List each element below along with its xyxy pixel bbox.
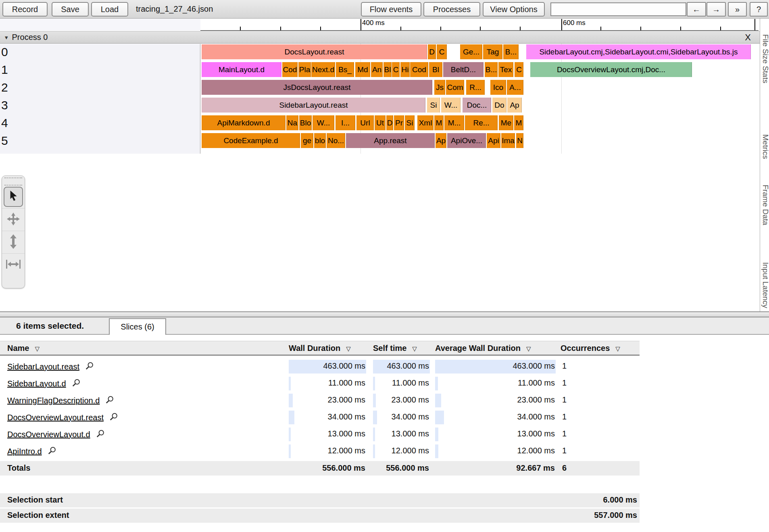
record-button[interactable]: Record <box>2 2 48 17</box>
magnifier-icon[interactable] <box>72 378 81 389</box>
trace-slice[interactable]: Pr <box>394 115 404 130</box>
trace-slice[interactable]: Bs_ <box>336 62 354 77</box>
table-row[interactable]: SidebarLayout.reast463.000 ms463.000 ms4… <box>0 358 640 375</box>
trace-slice[interactable]: W... <box>441 98 461 113</box>
trace-slice[interactable]: Ap <box>436 133 446 148</box>
save-button[interactable]: Save <box>52 2 89 17</box>
trace-slice[interactable]: An <box>371 62 383 77</box>
trace-slice[interactable]: Cod <box>282 62 298 77</box>
trace-slice[interactable]: ApiOve... <box>447 133 486 148</box>
pan-tool-button[interactable] <box>2 208 25 231</box>
overflow-menu-button[interactable]: » <box>728 2 747 17</box>
trace-slice[interactable]: Do <box>492 98 506 113</box>
sort-icon[interactable]: ▽ <box>346 345 351 352</box>
trace-slice[interactable]: blo <box>314 133 326 148</box>
trace-slice[interactable]: SidebarLayout.reast <box>202 98 425 113</box>
slice-name-link[interactable]: WarningFlagDescription.d <box>7 396 100 405</box>
trace-slice[interactable]: App.reast <box>346 133 435 148</box>
trace-slice[interactable]: Com <box>446 80 464 95</box>
table-row[interactable]: ApiIntro.d12.000 ms12.000 ms12.000 ms1 <box>0 443 640 460</box>
trace-slice[interactable]: Ut <box>375 115 386 130</box>
trace-slice[interactable]: C <box>437 44 447 59</box>
sidebar-tab-file-size-stats[interactable]: File Size Stats <box>761 34 769 83</box>
trace-slice[interactable]: R... <box>466 80 485 95</box>
sort-icon[interactable]: ▽ <box>526 345 531 352</box>
trace-slice[interactable]: D <box>428 44 436 59</box>
table-row[interactable]: DocsOverviewLayout.d13.000 ms13.000 ms13… <box>0 426 640 443</box>
table-row[interactable]: SidebarLayout.d11.000 ms11.000 ms11.000 … <box>0 375 640 392</box>
trace-slice[interactable]: M... <box>444 115 464 130</box>
trace-slice[interactable]: BeltD... <box>443 62 483 77</box>
find-next-button[interactable]: → <box>706 2 726 17</box>
trace-slice[interactable]: Js <box>434 80 445 95</box>
trace-slice[interactable]: ge <box>301 133 313 148</box>
trace-slice[interactable]: M <box>514 115 523 130</box>
trace-slice[interactable]: I... <box>336 115 355 130</box>
view-options-button[interactable]: View Options <box>483 2 545 17</box>
trace-slice[interactable]: B... <box>503 44 519 59</box>
table-row[interactable]: DocsOverviewLayout.reast34.000 ms34.000 … <box>0 409 640 426</box>
trace-slice[interactable]: Pla <box>298 62 311 77</box>
toolbox-drag-handle-icon[interactable] <box>4 177 22 186</box>
magnifier-icon[interactable] <box>85 361 94 372</box>
trace-slice[interactable]: SidebarLayout.cmj,SidebarLayout.cmi,Side… <box>526 44 751 59</box>
magnifier-icon[interactable] <box>96 429 105 440</box>
help-button[interactable]: ? <box>750 2 768 17</box>
sort-icon[interactable]: ▽ <box>615 345 620 352</box>
processes-button[interactable]: Processes <box>423 2 480 17</box>
trace-slice[interactable]: No... <box>327 133 345 148</box>
trace-slice[interactable]: DocsOverviewLayout.cmj,Doc... <box>530 62 692 77</box>
sidebar-tab-metrics[interactable]: Metrics <box>761 134 769 159</box>
trace-slice[interactable]: Bl <box>383 62 392 77</box>
tab-slices[interactable]: Slices (6) <box>109 318 166 335</box>
selection-tool-button[interactable] <box>4 187 23 207</box>
trace-slice[interactable]: C <box>392 62 400 77</box>
find-previous-button[interactable]: ← <box>687 2 706 17</box>
trace-slice[interactable]: Url <box>356 115 374 130</box>
search-input[interactable] <box>550 2 686 16</box>
trace-slice[interactable]: ApiMarkdown.d <box>202 115 286 130</box>
sidebar-tab-frame-data[interactable]: Frame Data <box>761 185 769 225</box>
close-process-icon[interactable]: X <box>745 32 751 43</box>
slice-name-link[interactable]: ApiIntro.d <box>7 447 42 456</box>
trace-slice[interactable]: Cod <box>410 62 428 77</box>
trace-slice[interactable]: JsDocsLayout.reast <box>202 80 432 95</box>
trace-slice[interactable]: Si <box>427 98 440 113</box>
trace-slice[interactable]: DocsLayout.reast <box>202 44 427 59</box>
slice-name-link[interactable]: SidebarLayout.reast <box>7 362 79 371</box>
column-header-self-time[interactable]: Self time▽ <box>373 344 417 353</box>
slice-name-link[interactable]: DocsOverviewLayout.d <box>7 430 90 439</box>
trace-slice[interactable]: D <box>386 115 393 130</box>
collapse-triangle-icon[interactable]: ▾ <box>5 34 8 41</box>
trace-slice[interactable]: B... <box>485 62 498 77</box>
table-row[interactable]: WarningFlagDescription.d23.000 ms23.000 … <box>0 392 640 409</box>
trace-slice[interactable]: Xml <box>417 115 433 130</box>
load-button[interactable]: Load <box>91 2 128 17</box>
column-header-occurrences[interactable]: Occurrences▽ <box>561 344 620 353</box>
magnifier-icon[interactable] <box>48 446 56 457</box>
sort-icon[interactable]: ▽ <box>412 345 417 352</box>
column-header-name[interactable]: Name▽ <box>7 344 40 353</box>
trace-slice[interactable]: Blo <box>299 115 312 130</box>
trace-slice[interactable]: Doc... <box>463 98 491 113</box>
process-header[interactable]: ▾ Process 0 X <box>0 31 760 44</box>
trace-slice[interactable]: Next.d <box>311 62 335 77</box>
trace-slice[interactable]: Na <box>286 115 298 130</box>
column-header-average-wall-duration[interactable]: Average Wall Duration▽ <box>435 344 531 353</box>
trace-slice[interactable]: Ge... <box>460 44 482 59</box>
sidebar-tab-input-latency[interactable]: Input Latency <box>761 262 769 308</box>
magnifier-icon[interactable] <box>109 412 118 423</box>
trace-slice[interactable]: Md <box>355 62 370 77</box>
trace-slice[interactable]: Hi <box>400 62 410 77</box>
panel-splitter[interactable] <box>0 311 769 317</box>
trace-slice[interactable]: Re... <box>465 115 498 130</box>
trace-slice[interactable]: Tex <box>498 62 513 77</box>
trace-slice[interactable]: CodeExample.d <box>202 133 300 148</box>
flow-events-button[interactable]: Flow events <box>361 2 421 17</box>
trace-slice[interactable]: A... <box>507 80 523 95</box>
trace-slice[interactable]: C <box>515 62 523 77</box>
trace-slice[interactable]: MainLayout.d <box>202 62 281 77</box>
slice-name-link[interactable]: SidebarLayout.d <box>7 379 66 388</box>
sort-icon[interactable]: ▽ <box>35 345 40 352</box>
trace-slice[interactable]: Ima <box>501 133 515 148</box>
